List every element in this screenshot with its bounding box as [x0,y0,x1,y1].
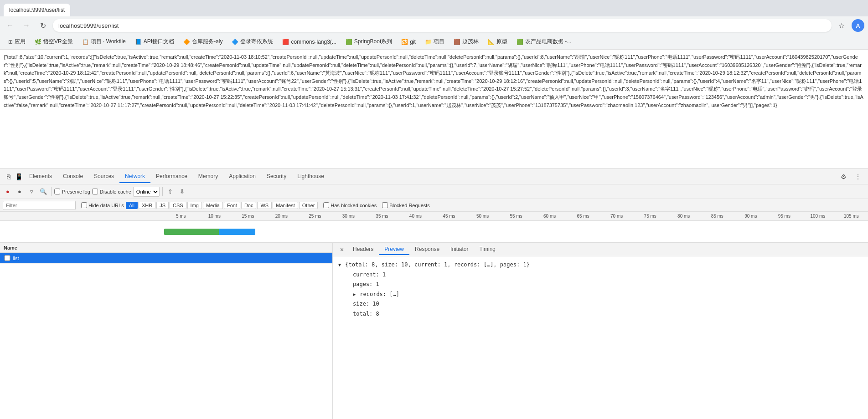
timeline-header: 5 ms 10 ms 15 ms 20 ms 25 ms 30 ms 35 ms… [0,212,868,221]
bookmark-project[interactable]: 📁 项目 [422,37,447,46]
back-button[interactable]: ← [4,19,16,32]
blocked-requests-label[interactable]: Blocked Requests [382,202,430,208]
panel-tab-initiator[interactable]: Initiator [445,244,474,255]
clear-button[interactable]: ● [15,187,25,197]
bookmark-agri[interactable]: 🟩 农产品电商数据 -... [514,37,574,46]
panel-tab-preview[interactable]: Preview [379,244,409,255]
disable-cache-label[interactable]: Disable cache [92,189,131,194]
filter-tag-ws[interactable]: WS [257,202,272,209]
devtools-device-btn[interactable]: 📱 [14,172,24,182]
prototype-icon: 📐 [488,39,495,45]
json-current-label: current: 1 [353,271,386,278]
hide-data-urls-checkbox[interactable] [81,202,87,208]
panel-tab-headers[interactable]: Headers [347,244,379,255]
filter-tag-css[interactable]: CSS [170,202,186,209]
toolbar-separator [51,187,52,196]
forward-button[interactable]: → [20,19,33,32]
has-blocked-cookies-checkbox[interactable] [323,202,329,208]
profile-button[interactable]: A [852,19,864,32]
bookmark-aly[interactable]: 🔶 合库服务-aly [181,37,225,46]
root-triangle[interactable]: ▼ [338,261,341,269]
filter-tag-manifest[interactable]: Manifest [273,202,298,209]
tab-console[interactable]: Console [57,170,88,183]
import-button[interactable]: ⇧ [165,187,176,197]
bookmark-star-button[interactable]: ☆ [835,19,848,32]
filter-input[interactable] [3,201,76,210]
tab-memory[interactable]: Memory [193,170,223,183]
tab-elements[interactable]: Elements [24,170,57,183]
bookmark-vr[interactable]: 🌿 悟空VR全景 [32,37,76,46]
commons-icon: 🟥 [282,39,289,45]
row-checkbox[interactable] [4,255,11,261]
filter-toggle-btn[interactable]: ▿ [26,187,36,197]
bookmark-login[interactable]: 🔷 登录寄依系统 [229,37,276,46]
json-total-line: total: 8 [338,309,863,319]
devtools-settings-btn[interactable]: ⚙ [837,170,850,183]
bookmark-label: 原型 [496,38,507,46]
tab-performance[interactable]: Performance [150,170,193,183]
bookmark-label: 农产品电商数据 -... [525,38,571,46]
reload-button[interactable]: ↻ [36,19,49,32]
panel-close-btn[interactable]: × [336,244,347,255]
bookmark-zhaomaolin[interactable]: 🟫 赵茂林 [451,37,481,46]
bookmark-commons[interactable]: 🟥 commons-lang3(... [279,38,339,46]
json-records-line[interactable]: ▼ records: […] [338,290,863,300]
filter-tag-media[interactable]: Media [203,202,223,209]
bookmark-apps[interactable]: ⊞ 应用 [5,37,28,46]
devtools-tab-bar: ⎘ 📱 Elements Console Sources Network Per… [0,169,868,184]
filter-tag-doc[interactable]: Doc [241,202,257,209]
bookmark-api[interactable]: 📘 API接口文档 [132,37,177,46]
filter-tag-all[interactable]: All [126,202,138,209]
preserve-log-text: Preserve log [62,189,90,194]
network-row-list[interactable]: list [0,253,332,264]
network-toolbar: ● ● ▿ 🔍 Preserve log Disable cache Onlin… [0,184,868,199]
tab-security[interactable]: Security [261,170,292,183]
tab-network[interactable]: Network [119,170,150,183]
devtools-cursor-btn[interactable]: ⎘ [4,172,14,182]
tab-application[interactable]: Application [223,170,261,183]
zhaomaolin-icon: 🟫 [454,39,460,45]
disable-cache-checkbox[interactable] [92,189,98,194]
record-button[interactable]: ● [3,187,13,197]
filter-tag-js[interactable]: JS [156,202,169,209]
tick-85ms: 85 ms [701,214,734,219]
bookmark-springboot[interactable]: 🟩 SpringBoot系列 [343,37,395,46]
panel-tab-timing[interactable]: Timing [474,244,501,255]
filter-tag-other[interactable]: Other [299,202,318,209]
has-blocked-cookies-label[interactable]: Has blocked cookies [323,202,377,208]
network-main: Name list × Headers Preview Response Ini… [0,243,868,419]
devtools-more-btn[interactable]: ⋮ [852,170,864,183]
hide-data-urls-label[interactable]: Hide data URLs [81,202,124,208]
export-button[interactable]: ⇩ [177,187,187,197]
address-bar[interactable] [53,19,832,32]
bookmark-git[interactable]: 🔁 git [398,38,418,46]
devtools: ⎘ 📱 Elements Console Sources Network Per… [0,169,868,419]
browser-chrome: localhost:9999/user/list ← → ↻ ☆ A ⊞ 应用 … [0,0,868,50]
throttle-select[interactable]: Online [133,187,160,197]
blocked-requests-checkbox[interactable] [382,202,388,208]
tick-60ms: 60 ms [533,214,567,219]
search-button[interactable]: 🔍 [38,187,48,197]
bookmark-worktile[interactable]: 📋 项目 · Worktile [79,37,129,46]
preserve-log-checkbox[interactable] [54,189,60,194]
blocked-requests-text: Blocked Requests [389,203,430,208]
browser-tab-active[interactable]: localhost:9999/user/list [4,4,70,16]
tick-45ms: 45 ms [432,214,466,219]
filter-tag-img[interactable]: Img [187,202,202,209]
tick-95ms: 95 ms [768,214,801,219]
filter-tag-xhr[interactable]: XHR [139,202,155,209]
page-json-text: {"total":8,"size":10,"current":1,"record… [4,54,863,108]
filter-tag-font[interactable]: Font [224,202,240,209]
json-total-label: total: 8 [353,311,379,317]
bookmark-label: 项目 · Worktile [91,38,126,46]
json-pages-line: pages: 1 [338,280,863,290]
tick-90ms: 90 ms [734,214,768,219]
preserve-log-label[interactable]: Preserve log [54,189,90,194]
json-tree: ▼ {total: 8, size: 10, current: 1, recor… [338,260,863,319]
tab-lighthouse[interactable]: Lighthouse [292,170,330,183]
tab-sources[interactable]: Sources [88,170,119,183]
panel-tab-response[interactable]: Response [409,244,445,255]
records-triangle[interactable]: ▼ [350,293,358,296]
json-root-line[interactable]: ▼ {total: 8, size: 10, current: 1, recor… [338,260,863,270]
bookmark-prototype[interactable]: 📐 原型 [485,37,510,46]
